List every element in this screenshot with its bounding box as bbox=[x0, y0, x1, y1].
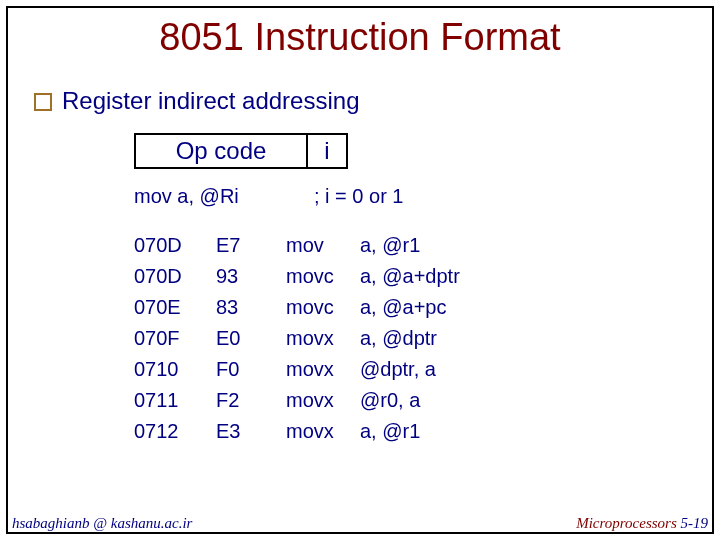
cell-hex: E7 bbox=[216, 230, 286, 261]
table-row: 0712 E3 movx a, @r1 bbox=[134, 416, 686, 447]
footer-course: Microprocessors 5-19 bbox=[576, 515, 708, 532]
footer-author: hsabaghianb @ kashanu.ac.ir bbox=[12, 515, 192, 532]
table-row: 070D E7 mov a, @r1 bbox=[134, 230, 686, 261]
slide: 8051 Instruction Format Register indirec… bbox=[0, 0, 720, 540]
cell-addr: 070D bbox=[134, 230, 216, 261]
cell-hex: F0 bbox=[216, 354, 286, 385]
cell-addr: 0712 bbox=[134, 416, 216, 447]
table-row: 0711 F2 movx @r0, a bbox=[134, 385, 686, 416]
cell-operands: a, @r1 bbox=[360, 230, 420, 261]
cell-mnemonic: movx bbox=[286, 323, 360, 354]
cell-operands: a, @a+pc bbox=[360, 292, 446, 323]
cell-addr: 070E bbox=[134, 292, 216, 323]
cell-addr: 0711 bbox=[134, 385, 216, 416]
bullet-icon bbox=[34, 93, 52, 111]
example-line: mov a, @Ri ; i = 0 or 1 bbox=[134, 185, 686, 208]
cell-operands: a, @a+dptr bbox=[360, 261, 460, 292]
cell-hex: E0 bbox=[216, 323, 286, 354]
cell-mnemonic: movx bbox=[286, 354, 360, 385]
footer-page: 5-19 bbox=[681, 515, 709, 531]
cell-mnemonic: movc bbox=[286, 292, 360, 323]
ibit-cell: i bbox=[308, 133, 348, 169]
footer: hsabaghianb @ kashanu.ac.ir Microprocess… bbox=[12, 515, 708, 532]
cell-addr: 070F bbox=[134, 323, 216, 354]
cell-operands: @r0, a bbox=[360, 385, 420, 416]
opcode-cell: Op code bbox=[134, 133, 308, 169]
example-lhs: mov a, @Ri bbox=[134, 185, 314, 208]
table-row: 070E 83 movc a, @a+pc bbox=[134, 292, 686, 323]
cell-hex: 93 bbox=[216, 261, 286, 292]
cell-operands: a, @dptr bbox=[360, 323, 437, 354]
cell-operands: @dptr, a bbox=[360, 354, 436, 385]
page-title: 8051 Instruction Format bbox=[34, 16, 686, 59]
table-row: 0710 F0 movx @dptr, a bbox=[134, 354, 686, 385]
cell-hex: E3 bbox=[216, 416, 286, 447]
instruction-table: 070D E7 mov a, @r1 070D 93 movc a, @a+dp… bbox=[134, 230, 686, 447]
table-row: 070F E0 movx a, @dptr bbox=[134, 323, 686, 354]
cell-mnemonic: mov bbox=[286, 230, 360, 261]
cell-mnemonic: movc bbox=[286, 261, 360, 292]
format-diagram: Op code i bbox=[134, 133, 686, 169]
cell-hex: F2 bbox=[216, 385, 286, 416]
footer-course-label: Microprocessors bbox=[576, 515, 677, 531]
cell-operands: a, @r1 bbox=[360, 416, 420, 447]
cell-mnemonic: movx bbox=[286, 385, 360, 416]
bullet-text: Register indirect addressing bbox=[62, 87, 359, 115]
cell-addr: 070D bbox=[134, 261, 216, 292]
cell-addr: 0710 bbox=[134, 354, 216, 385]
bullet-row: Register indirect addressing bbox=[34, 87, 686, 115]
cell-hex: 83 bbox=[216, 292, 286, 323]
cell-mnemonic: movx bbox=[286, 416, 360, 447]
table-row: 070D 93 movc a, @a+dptr bbox=[134, 261, 686, 292]
example-rhs: ; i = 0 or 1 bbox=[314, 185, 404, 208]
